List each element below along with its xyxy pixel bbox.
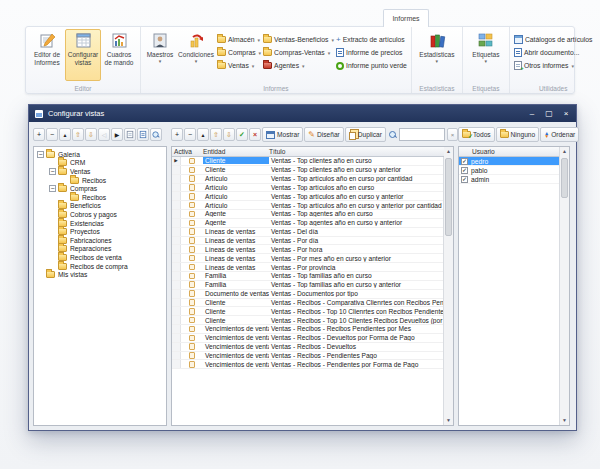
tree-item[interactable]: Recibos de compra xyxy=(34,262,166,271)
table-row[interactable]: FamiliaVentas - Top familias año en curs… xyxy=(172,272,444,281)
row-selector-cell[interactable] xyxy=(172,299,181,307)
row-selector-cell[interactable] xyxy=(172,281,181,289)
entidad-cell[interactable]: Vencimientos de venta xyxy=(203,361,269,368)
todos-button[interactable]: ✓ Todos xyxy=(458,127,495,142)
tree-move-up-button[interactable]: ⇧ xyxy=(72,128,84,141)
titulo-cell[interactable]: Ventas - Top artículos año en curso xyxy=(269,184,444,191)
titulo-cell[interactable]: Ventas - Del día xyxy=(269,228,444,235)
tree-item[interactable]: Recibos de venta xyxy=(34,253,166,262)
row-selector-cell[interactable] xyxy=(172,219,181,227)
tree-item[interactable]: Beneficios xyxy=(34,202,166,211)
row-selector-cell[interactable] xyxy=(172,352,181,360)
users-scroll-down-icon[interactable]: ▼ xyxy=(562,416,567,425)
row-selector-cell[interactable] xyxy=(172,334,181,342)
menu-item-agentes[interactable]: Agentes ▾ xyxy=(262,59,335,72)
tree-right-button[interactable]: ▶ xyxy=(111,128,123,141)
tree-item[interactable]: Recibos xyxy=(34,193,166,202)
table-row[interactable]: ClienteVentas - Recibos - Top 10 Clienrt… xyxy=(172,307,444,316)
table-row[interactable]: FamiliaVentas - Top familias año en curs… xyxy=(172,281,444,290)
entidad-cell[interactable]: Cliente xyxy=(203,157,269,164)
titulo-cell[interactable]: Ventas - Top artículos año en curso por … xyxy=(269,175,444,182)
uncheck-all-button[interactable]: × xyxy=(249,128,261,141)
menu-item-ventas-beneficios[interactable]: Ventas-Beneficios ▾ xyxy=(262,33,335,46)
tree-remove-button[interactable]: − xyxy=(46,128,58,141)
list-remove-button[interactable]: − xyxy=(184,128,196,141)
tree-item[interactable]: −Ventas xyxy=(34,167,166,176)
titulo-cell[interactable]: Ventas - Por mes año en curso y anterior xyxy=(269,255,444,262)
titulo-cell[interactable]: Ventas - Top clientes año en curso xyxy=(269,157,444,164)
table-row[interactable]: Vencimientos de ventaVentas - Recibos - … xyxy=(172,334,444,343)
table-row[interactable]: Documento de ventasVentas - Documentos p… xyxy=(172,290,444,299)
ordenar-button[interactable]: ▲▼ Ordenar xyxy=(540,127,579,142)
list-collapse-button[interactable]: ▲ xyxy=(197,128,209,141)
list-move-up-button[interactable]: ⇧ xyxy=(210,128,222,141)
user-checkbox[interactable]: ✓ xyxy=(461,158,468,165)
row-selector-cell[interactable] xyxy=(172,210,181,218)
row-selector-cell[interactable] xyxy=(172,263,181,271)
table-row[interactable]: Vencimientos de ventaVentas - Recibos - … xyxy=(172,352,444,361)
row-selector-cell[interactable] xyxy=(172,192,181,200)
titulo-cell[interactable]: Ventas - Recibos - Top 10 Clienrtes con … xyxy=(269,308,444,315)
row-selector-cell[interactable]: ▶ xyxy=(172,157,181,165)
duplicar-button[interactable]: Duplicar xyxy=(345,127,386,142)
activa-checkbox[interactable] xyxy=(189,281,196,288)
activa-checkbox[interactable] xyxy=(189,184,196,191)
entidad-cell[interactable]: Documento de ventas xyxy=(203,290,269,297)
etiquetas-button[interactable]: Etiquetas ▾ xyxy=(466,29,506,81)
entidad-cell[interactable]: Líneas de ventas xyxy=(203,255,269,262)
entidad-cell[interactable]: Familia xyxy=(203,281,269,288)
row-selector-cell[interactable] xyxy=(172,343,181,351)
table-row[interactable]: ArtículoVentas - Top artículos año en cu… xyxy=(172,184,444,193)
menu-item-compras[interactable]: Compras ▾ xyxy=(216,46,262,59)
scroll-down-icon[interactable]: ▼ xyxy=(446,416,451,425)
entidad-cell[interactable]: Cliente xyxy=(203,317,269,324)
users-scrollbar-thumb[interactable] xyxy=(561,158,568,198)
row-selector-cell[interactable] xyxy=(172,228,181,236)
titulo-cell[interactable]: Ventas - Recibos - Devueltos xyxy=(269,343,444,350)
estadisticas-button[interactable]: Estadísticas ▾ xyxy=(415,29,459,81)
table-row[interactable]: ArtículoVentas - Top artículos año en cu… xyxy=(172,192,444,201)
titulo-cell[interactable]: Ventas - Top familias año en curso y ant… xyxy=(269,281,444,288)
activa-checkbox[interactable] xyxy=(189,361,196,368)
titulo-cell[interactable]: Ventas - Top artículos año en curso y an… xyxy=(269,202,444,209)
users-header[interactable]: Usuario xyxy=(459,147,559,157)
tree-item[interactable]: Cobros y pagos xyxy=(34,210,166,219)
table-row[interactable]: Vencimientos de ventaVentas - Recibos - … xyxy=(172,343,444,352)
tree-item[interactable]: Proyectos xyxy=(34,227,166,236)
cuadros-mando-button[interactable]: Cuadros de mando xyxy=(101,29,137,81)
row-selector-cell[interactable] xyxy=(172,175,181,183)
row-selector-cell[interactable] xyxy=(172,254,181,262)
tree-left-button[interactable]: ◁ xyxy=(98,128,110,141)
table-row[interactable]: ClienteVentas - Recibos - Comparativa Cl… xyxy=(172,299,444,308)
activa-checkbox[interactable] xyxy=(189,299,196,306)
entidad-cell[interactable]: Vencimientos de venta xyxy=(203,343,269,350)
user-checkbox[interactable]: ✓ xyxy=(461,176,468,183)
tree-export-button[interactable] xyxy=(137,128,149,141)
tree-expand-icon[interactable]: − xyxy=(49,168,56,175)
list-add-button[interactable]: + xyxy=(171,128,183,141)
table-row[interactable]: ClienteVentas - Top clientes año en curs… xyxy=(172,166,444,175)
activa-checkbox[interactable] xyxy=(189,237,196,244)
titulo-cell[interactable]: Ventas - Recibos - Devueltos por Forma d… xyxy=(269,334,444,341)
table-row[interactable]: ▶ClienteVentas - Top clientes año en cur… xyxy=(172,157,444,166)
entidad-cell[interactable]: Vencimientos de venta xyxy=(203,325,269,332)
activa-checkbox[interactable] xyxy=(189,158,196,165)
menu-item-abrir-documento[interactable]: Abrir documento... xyxy=(513,46,594,59)
table-row[interactable]: Vencimientos de ventaVentas - Recibos - … xyxy=(172,360,444,369)
mostrar-button[interactable]: Mostrar xyxy=(262,127,303,142)
row-selector-cell[interactable] xyxy=(172,307,181,315)
entidad-cell[interactable]: Cliente xyxy=(203,299,269,306)
tree-expand-icon[interactable]: − xyxy=(37,151,44,158)
table-row[interactable]: Líneas de ventasVentas - Por día xyxy=(172,237,444,246)
users-scroll-up-icon[interactable]: ▲ xyxy=(562,147,567,156)
user-row[interactable]: ✓admin xyxy=(459,175,559,184)
user-row[interactable]: ✓pablo xyxy=(459,166,559,175)
entidad-cell[interactable]: Líneas de ventas xyxy=(203,264,269,271)
activa-checkbox[interactable] xyxy=(189,317,196,324)
titulo-cell[interactable]: Ventas - Recibos - Pendientes por Forma … xyxy=(269,361,444,368)
menu-item-ventas[interactable]: Ventas ▾ xyxy=(216,59,262,72)
titulo-cell[interactable]: Ventas - Por día xyxy=(269,237,444,244)
tree-item[interactable]: Mis vistas xyxy=(34,270,166,279)
entidad-cell[interactable]: Artículo xyxy=(203,184,269,191)
table-scrollbar[interactable]: ▲ ▼ xyxy=(443,147,453,425)
